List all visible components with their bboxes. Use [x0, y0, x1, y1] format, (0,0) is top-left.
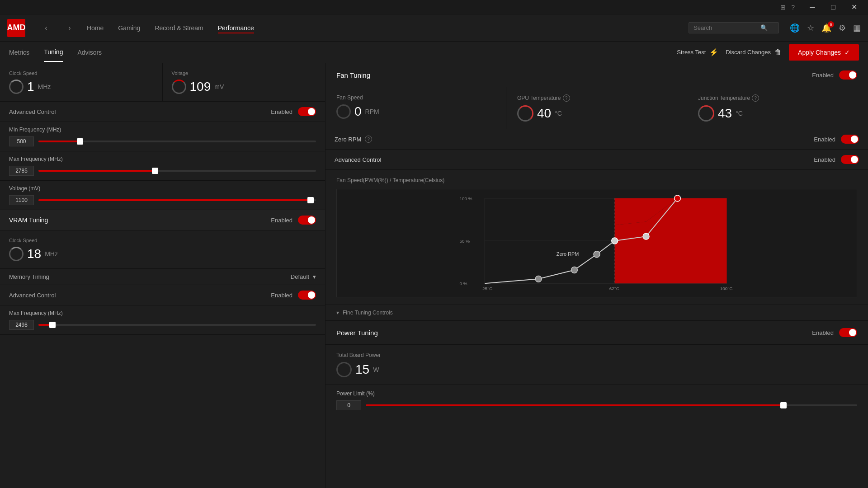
memory-timing-select[interactable]: Default ▾: [291, 273, 316, 280]
junction-temp-info-icon[interactable]: ?: [752, 94, 759, 102]
vram-toggle[interactable]: [298, 216, 316, 225]
clock-speed-number: 1: [27, 80, 34, 94]
max-frequency-input[interactable]: [9, 166, 34, 176]
fan-curve-svg: 100 % 50 % 0 % 25°C 62°C 100°C Zero RPM: [337, 189, 857, 297]
voltage-title: Voltage: [172, 70, 316, 76]
total-board-power-title: Total Board Power: [336, 352, 857, 358]
advanced-control-3-toggle[interactable]: [841, 155, 859, 164]
fan-tuning-title: Fan Tuning: [336, 71, 370, 79]
max-frequency-fill: [38, 170, 155, 172]
max-frequency-row: Max Frequency (MHz): [0, 151, 325, 181]
zero-rpm-info-icon[interactable]: ?: [365, 136, 372, 143]
chevron-down-icon: ▾: [313, 273, 316, 280]
voltage-slider-label: Voltage (mV): [9, 185, 316, 192]
voltage-slider-input[interactable]: [9, 195, 34, 205]
advanced-control-2-toggle[interactable]: [298, 291, 316, 300]
voltage-number: 109: [190, 80, 211, 94]
fan-stats-row: Fan Speed 0 RPM GPU Temperature ? 40 °C: [326, 87, 868, 129]
min-frequency-track[interactable]: [38, 141, 316, 142]
voltage-box: Voltage 109 mV: [163, 63, 326, 101]
power-tuning-toggle[interactable]: [839, 328, 857, 337]
zero-rpm-row: Zero RPM ? Enabled: [326, 129, 868, 150]
max-frequency-2-input[interactable]: [9, 320, 34, 330]
maximize-button[interactable]: □: [823, 0, 844, 14]
max-frequency-slider-container: [9, 166, 316, 176]
zero-rpm-toggle[interactable]: [841, 135, 859, 144]
stress-test-icon: ⚡: [709, 48, 718, 56]
chart-y0-label: 0 %: [460, 281, 467, 286]
min-frequency-fill: [38, 141, 80, 142]
nav-record-stream[interactable]: Record & Stream: [155, 23, 203, 33]
min-frequency-input[interactable]: [9, 136, 34, 146]
voltage-track[interactable]: [38, 199, 316, 201]
vram-clock-speed-box: Clock Speed 18 MHz: [0, 230, 325, 269]
advanced-control-3-row: Advanced Control Enabled: [326, 150, 868, 170]
max-frequency-2-row: Max Frequency (MHz): [0, 305, 325, 335]
junction-temp-title: Junction Temperature ?: [698, 94, 857, 102]
chart-y100-label: 100 %: [460, 196, 472, 201]
clock-speed-title: Clock Speed: [9, 70, 153, 76]
max-frequency-2-thumb[interactable]: [49, 322, 56, 328]
settings-icon[interactable]: ⚙: [839, 23, 846, 33]
nav-icons: 🌐 ☆ 🔔 6 ⚙ ▦: [790, 23, 861, 33]
star-icon[interactable]: ☆: [807, 23, 814, 33]
search-icon[interactable]: 🔍: [760, 24, 768, 31]
min-frequency-thumb[interactable]: [77, 138, 83, 145]
max-frequency-2-track[interactable]: [38, 324, 316, 326]
chart-area[interactable]: 100 % 50 % 0 % 25°C 62°C 100°C Zero RPM: [336, 189, 857, 297]
nav-forward-button[interactable]: ›: [63, 22, 76, 34]
advanced-control-row: Advanced Control Enabled: [0, 102, 325, 122]
fan-speed-title: Fan Speed: [336, 94, 495, 101]
fan-tuning-toggle[interactable]: [839, 70, 857, 80]
fan-speed-unit: RPM: [365, 108, 379, 115]
gpu-temp-info-icon[interactable]: ?: [563, 94, 570, 102]
notification-icon[interactable]: 🔔 6: [821, 23, 831, 33]
gpu-temp-unit: °C: [555, 110, 562, 117]
vram-clock-number: 18: [27, 247, 41, 261]
apply-changes-button[interactable]: Apply Changes ✓: [789, 44, 859, 61]
power-tuning-header: Power Tuning Enabled: [326, 321, 868, 345]
search-input[interactable]: [693, 24, 757, 31]
max-frequency-thumb[interactable]: [152, 168, 158, 174]
layout-icon[interactable]: ▦: [853, 23, 861, 33]
tab-metrics[interactable]: Metrics: [9, 43, 29, 61]
svg-point-6: [571, 267, 577, 273]
min-frequency-label: Min Frequency (MHz): [9, 127, 316, 133]
tab-advisors[interactable]: Advisors: [77, 43, 102, 61]
clock-voltage-row: Clock Speed 1 MHz Voltage 109 mV: [0, 63, 325, 102]
close-button[interactable]: ✕: [844, 0, 864, 14]
voltage-thumb[interactable]: [307, 197, 314, 203]
junction-temp-stat: Junction Temperature ? 43 °C: [687, 87, 868, 129]
zero-rpm-status: Enabled: [814, 136, 835, 143]
minimize-button[interactable]: ─: [802, 0, 823, 14]
power-limit-thumb[interactable]: [780, 402, 787, 408]
globe-icon[interactable]: 🌐: [790, 23, 800, 33]
gpu-temp-stat: GPU Temperature ? 40 °C: [506, 87, 687, 129]
power-tuning-title: Power Tuning: [336, 329, 378, 337]
voltage-slider-row: Voltage (mV): [0, 181, 325, 210]
power-limit-fill: [366, 404, 783, 406]
power-limit-track[interactable]: [366, 404, 857, 406]
discard-changes-button[interactable]: Discard Changes 🗑: [726, 48, 782, 56]
amd-logo: AMD: [7, 19, 25, 37]
nav-home[interactable]: Home: [87, 23, 104, 33]
fine-tuning-row[interactable]: ▾ Fine Tuning Controls: [326, 305, 868, 321]
nav-gaming[interactable]: Gaming: [118, 23, 140, 33]
nav-back-button[interactable]: ‹: [40, 22, 52, 34]
vram-clock-value: 18 MHz: [9, 247, 316, 261]
max-frequency-track[interactable]: [38, 170, 316, 172]
junction-temp-unit: °C: [736, 110, 743, 117]
advanced-control-2-status: Enabled: [271, 292, 292, 299]
tab-tuning[interactable]: Tuning: [44, 43, 63, 62]
power-knob: [336, 362, 352, 377]
advanced-control-toggle[interactable]: [298, 107, 316, 116]
stress-test-button[interactable]: Stress Test ⚡: [677, 48, 718, 56]
clock-speed-knob: [9, 80, 24, 94]
sys-icon-2: ?: [791, 4, 795, 11]
vram-clock-title: Clock Speed: [9, 238, 316, 243]
sys-icon-1: ⊞: [780, 4, 786, 11]
svg-point-10: [675, 195, 681, 202]
power-limit-input[interactable]: [336, 400, 361, 410]
nav-performance[interactable]: Performance: [218, 23, 254, 33]
discard-label: Discard Changes: [726, 49, 771, 56]
